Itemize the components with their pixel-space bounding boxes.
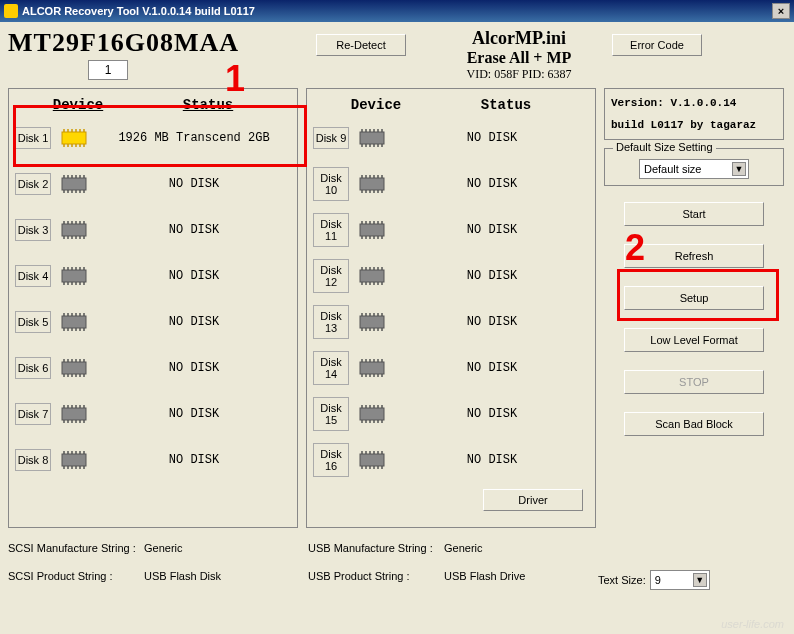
disk-chip bbox=[353, 353, 391, 383]
disk-row[interactable]: Disk 3 NO DISK bbox=[15, 207, 291, 253]
chip-icon bbox=[58, 449, 90, 471]
svg-rect-91 bbox=[62, 454, 86, 466]
textsize-label: Text Size: bbox=[598, 574, 646, 586]
disk-chip bbox=[353, 169, 391, 199]
errorcode-button[interactable]: Error Code bbox=[612, 34, 702, 56]
watermark: user-life.com bbox=[721, 618, 784, 630]
disk-label: Disk 12 bbox=[313, 259, 349, 293]
chevron-down-icon: ▼ bbox=[732, 162, 746, 176]
count-input[interactable] bbox=[88, 60, 128, 80]
header-status: Status bbox=[431, 97, 581, 113]
disk-row[interactable]: Disk 11 NO DISK bbox=[313, 207, 589, 253]
disk-label: Disk 13 bbox=[313, 305, 349, 339]
disk-label: Disk 7 bbox=[15, 403, 51, 425]
disk-status: 1926 MB Transcend 2GB bbox=[97, 131, 291, 145]
header-device: Device bbox=[23, 97, 133, 113]
disk-chip bbox=[353, 261, 391, 291]
disk-status: NO DISK bbox=[97, 361, 291, 375]
close-button[interactable]: × bbox=[772, 3, 790, 19]
chip-icon bbox=[356, 311, 388, 333]
llf-button[interactable]: Low Level Format bbox=[624, 328, 764, 352]
driver-button[interactable]: Driver bbox=[483, 489, 583, 511]
usb-mfg-value: Generic bbox=[444, 542, 574, 554]
disk-row[interactable]: Disk 8 NO DISK bbox=[15, 437, 291, 483]
chip-icon bbox=[58, 403, 90, 425]
scsi-mfg-label: SCSI Manufacture String : bbox=[8, 542, 138, 554]
vidpid-label: VID: 058F PID: 6387 bbox=[434, 67, 604, 82]
disk-status: NO DISK bbox=[97, 453, 291, 467]
right-column: Version: V.1.0.0.14 build L0117 by tagar… bbox=[604, 88, 784, 528]
scsi-mfg-value: Generic bbox=[144, 542, 274, 554]
disk-row[interactable]: Disk 15 NO DISK bbox=[313, 391, 589, 437]
disk-row[interactable]: Disk 12 NO DISK bbox=[313, 253, 589, 299]
disk-chip bbox=[55, 123, 93, 153]
disk-row[interactable]: Disk 2 NO DISK bbox=[15, 161, 291, 207]
chip-icon bbox=[58, 127, 90, 149]
disk-row[interactable]: Disk 14 NO DISK bbox=[313, 345, 589, 391]
version-line: Version: V.1.0.0.14 bbox=[611, 97, 777, 109]
chip-icon bbox=[58, 357, 90, 379]
disk-row[interactable]: Disk 5 NO DISK bbox=[15, 299, 291, 345]
disk-label: Disk 2 bbox=[15, 173, 51, 195]
setup-button[interactable]: Setup bbox=[624, 286, 764, 310]
disk-chip bbox=[55, 307, 93, 337]
disk-chip bbox=[55, 353, 93, 383]
disk-status: NO DISK bbox=[97, 269, 291, 283]
svg-rect-117 bbox=[360, 178, 384, 190]
svg-rect-156 bbox=[360, 316, 384, 328]
disk-chip bbox=[55, 169, 93, 199]
start-button[interactable]: Start bbox=[624, 202, 764, 226]
disk-status: NO DISK bbox=[395, 177, 589, 191]
disk-label: Disk 9 bbox=[313, 127, 349, 149]
titlebar: ALCOR Recovery Tool V.1.0.0.14 build L01… bbox=[0, 0, 794, 22]
disk-status: NO DISK bbox=[97, 223, 291, 237]
scsi-prod-value: USB Flash Disk bbox=[144, 570, 274, 590]
disk-panel-left: Device Status Disk 1 1926 MB Transcend 2… bbox=[8, 88, 298, 528]
header-device: Device bbox=[321, 97, 431, 113]
svg-rect-130 bbox=[360, 224, 384, 236]
header-status: Status bbox=[133, 97, 283, 113]
chip-icon bbox=[356, 173, 388, 195]
chip-icon bbox=[356, 127, 388, 149]
app-icon bbox=[4, 4, 18, 18]
disk-row[interactable]: Disk 16 NO DISK bbox=[313, 437, 589, 483]
disk-label: Disk 4 bbox=[15, 265, 51, 287]
redetect-button[interactable]: Re-Detect bbox=[316, 34, 406, 56]
stop-button[interactable]: STOP bbox=[624, 370, 764, 394]
disk-chip bbox=[55, 399, 93, 429]
chip-icon bbox=[58, 265, 90, 287]
chip-icon bbox=[58, 311, 90, 333]
disk-row[interactable]: Disk 9 NO DISK bbox=[313, 115, 589, 161]
disk-status: NO DISK bbox=[395, 361, 589, 375]
annotation-num-2: 2 bbox=[625, 227, 645, 269]
scan-button[interactable]: Scan Bad Block bbox=[624, 412, 764, 436]
chip-icon bbox=[58, 219, 90, 241]
disk-row[interactable]: Disk 1 1926 MB Transcend 2GB bbox=[15, 115, 291, 161]
size-legend: Default Size Setting bbox=[613, 141, 716, 153]
disk-status: NO DISK bbox=[395, 407, 589, 421]
size-select[interactable]: Default size ▼ bbox=[639, 159, 749, 179]
size-value: Default size bbox=[644, 163, 701, 175]
usb-prod-value: USB Flash Drive bbox=[444, 570, 574, 590]
disk-chip bbox=[353, 399, 391, 429]
disk-row[interactable]: Disk 6 NO DISK bbox=[15, 345, 291, 391]
textsize-select[interactable]: 9 ▼ bbox=[650, 570, 710, 590]
chip-icon bbox=[356, 357, 388, 379]
annotation-num-1: 1 bbox=[225, 58, 245, 100]
disk-row[interactable]: Disk 10 NO DISK bbox=[313, 161, 589, 207]
disk-row[interactable]: Disk 13 NO DISK bbox=[313, 299, 589, 345]
chip-name: MT29F16G08MAA bbox=[8, 28, 308, 58]
svg-rect-13 bbox=[62, 178, 86, 190]
ini-label: AlcorMP.ini bbox=[434, 28, 604, 49]
disk-chip bbox=[353, 123, 391, 153]
window-title: ALCOR Recovery Tool V.1.0.0.14 build L01… bbox=[22, 5, 255, 17]
disk-label: Disk 15 bbox=[313, 397, 349, 431]
disk-status: NO DISK bbox=[395, 269, 589, 283]
svg-rect-39 bbox=[62, 270, 86, 282]
disk-chip bbox=[55, 215, 93, 245]
chip-icon bbox=[356, 449, 388, 471]
disk-row[interactable]: Disk 4 NO DISK bbox=[15, 253, 291, 299]
disk-status: NO DISK bbox=[395, 453, 589, 467]
disk-chip bbox=[353, 307, 391, 337]
disk-row[interactable]: Disk 7 NO DISK bbox=[15, 391, 291, 437]
